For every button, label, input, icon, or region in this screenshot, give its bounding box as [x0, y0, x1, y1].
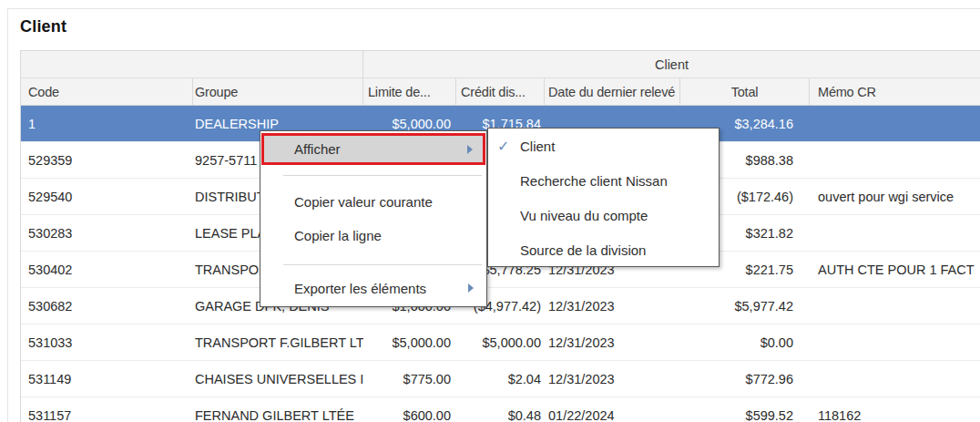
submenu-item-label: Source de la division: [520, 242, 646, 258]
menu-item-label: Exporter les éléments: [294, 281, 426, 296]
submenu-item-label: Recherche client Nissan: [520, 173, 668, 189]
cell-memo[interactable]: [810, 324, 980, 360]
submenu-item-client[interactable]: ✓ Client: [488, 129, 719, 163]
cell-memo[interactable]: [810, 361, 980, 396]
cell-code[interactable]: 530682: [21, 288, 193, 324]
menu-item-afficher[interactable]: Afficher: [261, 133, 485, 165]
cell-limite[interactable]: $775.00: [363, 361, 456, 396]
cell-date[interactable]: 12/31/2023: [545, 324, 680, 360]
column-header-date[interactable]: Date du dernier relevé: [545, 78, 680, 105]
cell-credit[interactable]: $0.48: [456, 397, 545, 422]
context-menu: Afficher Copier valeur courante Copier l…: [260, 130, 487, 307]
cell-memo[interactable]: ouvert pour wgi service: [810, 179, 980, 214]
cell-memo[interactable]: AUTH CTE POUR 1 FACT: [810, 252, 980, 287]
menu-item-copier-valeur[interactable]: Copier valeur courante: [260, 185, 486, 218]
column-header-limite[interactable]: Limite de...: [363, 78, 456, 105]
submenu-item-vu-niveau-du-compte[interactable]: Vu niveau du compte: [488, 199, 719, 232]
cell-limite[interactable]: $5,000.00: [363, 324, 456, 360]
cell-code[interactable]: 529359: [21, 142, 193, 178]
submenu-item-label: Client: [520, 139, 555, 154]
check-icon: ✓: [497, 138, 509, 155]
column-header-row: Code Groupe Limite de... Crédit dis... D…: [21, 78, 980, 106]
column-header-total[interactable]: Total: [680, 78, 810, 105]
cell-memo[interactable]: 118162: [810, 397, 980, 422]
cell-code[interactable]: 530283: [21, 215, 193, 251]
menu-item-label: Copier valeur courante: [294, 194, 433, 210]
column-header-groupe[interactable]: Groupe: [193, 78, 363, 105]
cell-groupe[interactable]: CHAISES UNIVERSELLES I...: [193, 361, 363, 396]
cell-credit[interactable]: $5,000.00: [456, 324, 545, 360]
app-window: Client Client Code Groupe Limite de... C…: [0, 0, 980, 422]
cell-code[interactable]: 1: [21, 106, 193, 141]
cell-date[interactable]: 01/22/2024: [545, 397, 680, 422]
column-header-code[interactable]: Code: [21, 78, 193, 105]
table-row[interactable]: 530682 GARAGE DFK, DENIS $1,000.00 ($4,9…: [21, 288, 980, 324]
cell-date[interactable]: 12/31/2023: [545, 288, 680, 324]
band-header-empty: [21, 51, 363, 77]
cell-memo[interactable]: [810, 215, 980, 251]
cell-groupe[interactable]: FERNAND GILBERT LTÉE: [193, 397, 363, 422]
afficher-submenu: ✓ Client Recherche client Nissan Vu nive…: [487, 128, 720, 267]
column-header-credit[interactable]: Crédit dis...: [456, 78, 545, 105]
cell-code[interactable]: 529540: [21, 179, 193, 214]
submenu-item-recherche-client-nissan[interactable]: Recherche client Nissan: [488, 164, 719, 198]
cell-memo[interactable]: [810, 142, 980, 178]
cell-total[interactable]: $5,977.42: [680, 288, 810, 324]
menu-item-label: Copier la ligne: [294, 228, 382, 243]
cell-date[interactable]: 12/31/2023: [545, 361, 680, 396]
menu-separator: [283, 264, 482, 265]
cell-groupe[interactable]: TRANSPORT F.GILBERT LT...: [193, 324, 363, 360]
cell-limite[interactable]: $600.00: [363, 397, 456, 422]
table-row[interactable]: 531033 TRANSPORT F.GILBERT LT... $5,000.…: [21, 324, 980, 361]
column-header-memo[interactable]: Mémo CR: [810, 78, 980, 105]
page-title: Client: [20, 17, 66, 36]
cell-total[interactable]: $772.96: [680, 361, 810, 396]
panel-top-border: [7, 8, 980, 9]
band-header-row: Client: [21, 51, 980, 78]
cell-credit[interactable]: $2.04: [456, 361, 545, 396]
table-row[interactable]: 531157 FERNAND GILBERT LTÉE $600.00 $0.4…: [21, 397, 980, 422]
cell-total[interactable]: $599.52: [680, 397, 810, 422]
band-header-client[interactable]: Client: [363, 51, 980, 77]
table-row[interactable]: 531149 CHAISES UNIVERSELLES I... $775.00…: [21, 361, 980, 397]
cell-total[interactable]: $0.00: [680, 324, 810, 360]
menu-item-exporter[interactable]: Exporter les éléments: [260, 272, 486, 304]
menu-item-copier-ligne[interactable]: Copier la ligne: [260, 219, 486, 252]
panel-left-border: [7, 8, 8, 422]
menu-item-label: Afficher: [294, 141, 341, 157]
cell-code[interactable]: 531157: [21, 397, 193, 422]
cell-memo[interactable]: [810, 106, 980, 141]
cell-code[interactable]: 531033: [21, 324, 193, 360]
cell-memo[interactable]: [810, 288, 980, 324]
submenu-item-label: Vu niveau du compte: [520, 208, 648, 223]
submenu-item-source-de-la-division[interactable]: Source de la division: [488, 233, 719, 267]
cell-code[interactable]: 530402: [21, 252, 193, 287]
menu-separator: [283, 175, 482, 176]
cell-code[interactable]: 531149: [21, 361, 193, 396]
submenu-arrow-icon: [468, 283, 474, 293]
submenu-arrow-icon: [467, 145, 473, 154]
